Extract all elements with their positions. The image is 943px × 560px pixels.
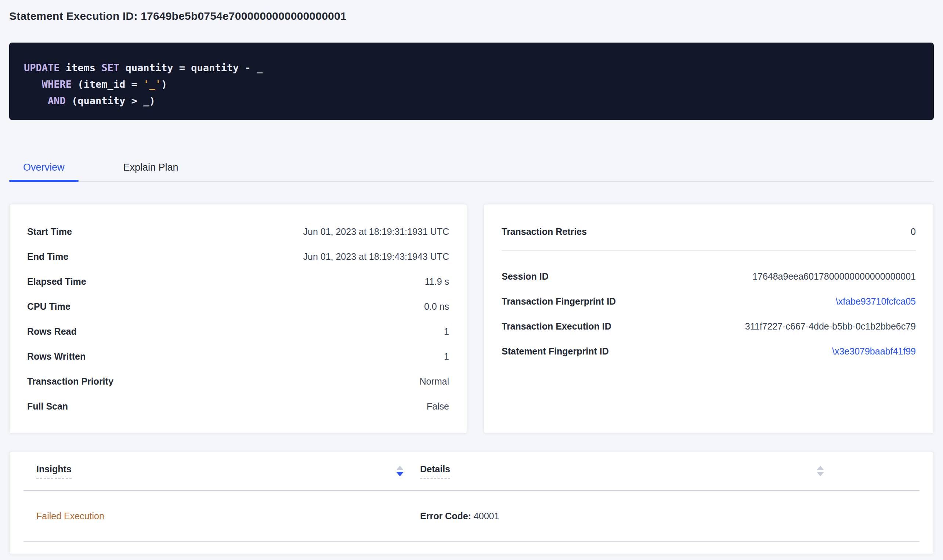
insight-table-row: Failed ExecutionError Code: 40001 <box>23 491 920 542</box>
detail-value: 11.9 s <box>425 276 449 287</box>
insights-table-card: InsightsDetails Failed ExecutionError Co… <box>9 452 934 554</box>
tab-label: Overview <box>23 162 65 173</box>
sql-statement-box: UPDATE items SET quantity = quantity - _… <box>9 43 934 120</box>
detail-label: Statement Fingerprint ID <box>502 346 609 357</box>
detail-label: Transaction Priority <box>27 376 114 387</box>
sort-up-arrow <box>817 466 824 470</box>
column-header-label: Insights <box>36 464 72 478</box>
detail-row: Session ID17648a9eea60178000000000000000… <box>502 264 916 289</box>
detail-row: Transaction Retries0 <box>502 219 916 244</box>
detail-value: Jun 01, 2023 at 18:19:31:1931 UTC <box>303 226 449 237</box>
detail-label: Transaction Fingerprint ID <box>502 296 616 307</box>
statement-details-card: Start TimeJun 01, 2023 at 18:19:31:1931 … <box>9 204 467 433</box>
sql-text: (item_id = <box>72 78 143 90</box>
detail-value: 0.0 ns <box>424 301 449 312</box>
sql-text: items <box>60 62 102 73</box>
detail-row: Elapsed Time11.9 s <box>27 269 449 294</box>
detail-row: Full ScanFalse <box>27 394 449 419</box>
sql-keyword: WHERE <box>42 78 72 90</box>
tab-overview[interactable]: Overview <box>9 157 79 181</box>
error-code-label: Error Code: <box>420 511 471 521</box>
fingerprint-id-link[interactable]: \xfabe93710fcfca05 <box>836 296 916 307</box>
tab-label: Explain Plan <box>123 162 179 173</box>
sql-keyword: SET <box>101 62 119 73</box>
detail-row: Transaction Execution ID311f7227-c667-4d… <box>502 314 916 339</box>
sort-up-arrow <box>396 466 404 470</box>
detail-row: CPU Time0.0 ns <box>27 294 449 319</box>
sql-line-2: WHERE (item_id = '_') <box>24 76 919 92</box>
sort-down-arrow <box>396 472 404 476</box>
detail-label: Elapsed Time <box>27 276 86 287</box>
sort-down-arrow <box>817 472 824 476</box>
column-header-label: Details <box>420 464 450 478</box>
overview-cards: Start TimeJun 01, 2023 at 18:19:31:1931 … <box>9 204 934 433</box>
detail-value: 1 <box>444 351 449 362</box>
detail-label: Transaction Execution ID <box>502 321 612 332</box>
detail-row: Start TimeJun 01, 2023 at 18:19:31:1931 … <box>27 219 449 244</box>
sql-text: (quantity > _) <box>66 95 155 106</box>
tab-bar: OverviewExplain Plan <box>9 157 934 182</box>
sql-text <box>24 95 48 106</box>
sql-keyword: UPDATE <box>24 62 60 73</box>
detail-row: Statement Fingerprint ID\x3e3079baabf41f… <box>502 339 916 364</box>
detail-label: Transaction Retries <box>502 226 587 237</box>
detail-label: Start Time <box>27 226 72 237</box>
detail-row: Rows Read1 <box>27 319 449 344</box>
detail-label: End Time <box>27 251 68 262</box>
detail-value: 0 <box>911 226 916 237</box>
sql-line-3: AND (quantity > _) <box>24 92 919 109</box>
detail-value: Jun 01, 2023 at 18:19:43:1943 UTC <box>303 251 449 262</box>
sql-text: quantity = quantity - _ <box>119 62 263 73</box>
insight-type-cell: Failed Execution <box>23 511 404 522</box>
transaction-details-card: Transaction Retries0Session ID17648a9eea… <box>484 204 934 433</box>
detail-value: False <box>427 401 449 412</box>
detail-row: Transaction Fingerprint ID\xfabe93710fcf… <box>502 289 916 314</box>
sql-text: ) <box>161 78 167 90</box>
detail-value: 1 <box>444 326 449 337</box>
detail-value: Normal <box>419 376 449 387</box>
detail-row: Transaction PriorityNormal <box>27 369 449 394</box>
card-divider <box>502 250 916 251</box>
column-header-details[interactable]: Details <box>404 464 824 478</box>
detail-label: Rows Read <box>27 326 77 337</box>
sql-text <box>24 78 42 90</box>
fingerprint-id-link[interactable]: \x3e3079baabf41f99 <box>832 346 916 357</box>
detail-value: 311f7227-c667-4dde-b5bb-0c1b2bbe6c79 <box>745 321 916 332</box>
sql-line-1: UPDATE items SET quantity = quantity - _ <box>24 60 919 76</box>
detail-label: Rows Written <box>27 351 86 362</box>
sql-keyword: AND <box>48 95 66 106</box>
sort-icon[interactable] <box>817 466 824 476</box>
detail-row: End TimeJun 01, 2023 at 18:19:43:1943 UT… <box>27 244 449 269</box>
insights-table-header: InsightsDetails <box>23 452 920 491</box>
column-header-insights[interactable]: Insights <box>23 464 404 478</box>
insight-details-cell: Error Code: 40001 <box>404 511 824 522</box>
tab-explain-plan[interactable]: Explain Plan <box>109 157 193 181</box>
insights-table: InsightsDetails Failed ExecutionError Co… <box>23 452 920 542</box>
detail-label: Full Scan <box>27 401 68 412</box>
sort-icon[interactable] <box>396 466 404 476</box>
detail-value: 17648a9eea6017800000000000000001 <box>752 271 916 282</box>
detail-label: CPU Time <box>27 301 71 312</box>
sql-string-literal: '_' <box>143 78 161 90</box>
page-title: Statement Execution ID: 17649be5b0754e70… <box>9 10 934 22</box>
detail-row: Rows Written1 <box>27 344 449 369</box>
detail-label: Session ID <box>502 271 549 282</box>
